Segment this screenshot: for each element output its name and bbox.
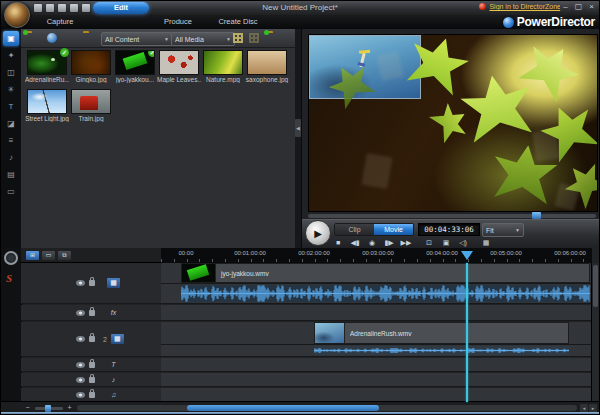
timeline-ruler[interactable]: 00:00 00:01:00:00 00:02:00:00 00:03:00:0… <box>161 248 592 264</box>
track-visibility-icon[interactable] <box>76 362 85 368</box>
media-item[interactable]: Train.jpg <box>69 88 113 126</box>
play-button[interactable]: ▶ <box>305 220 331 246</box>
audio-waveform[interactable] <box>314 346 569 355</box>
title-room-icon[interactable]: T <box>3 99 19 114</box>
track-manager-button[interactable]: ⊞ <box>26 251 39 260</box>
tab-produce[interactable]: Produce <box>153 16 203 28</box>
pip-objects-room-icon[interactable]: ◫ <box>3 65 19 80</box>
stop-button[interactable]: ■ <box>332 237 344 248</box>
media-item[interactable]: ✓ jyo-jyakkou... <box>113 49 157 87</box>
snapshot-button[interactable]: ◉ <box>366 237 378 248</box>
horizontal-scroll-thumb[interactable] <box>187 405 379 411</box>
track-visibility-icon[interactable] <box>76 336 85 342</box>
track-lock-icon[interactable] <box>89 362 95 368</box>
media-thumbnail[interactable]: ✓ <box>115 50 155 75</box>
volume-button[interactable]: ◁) <box>457 237 469 248</box>
voiceover-room-icon[interactable]: ♪ <box>3 150 19 165</box>
detail-view-icon[interactable] <box>249 33 259 43</box>
track-lock-icon[interactable] <box>89 336 95 342</box>
media-item[interactable]: Maple Leaves... <box>157 49 201 87</box>
track-visibility-icon[interactable] <box>76 310 85 316</box>
audio-waveform[interactable] <box>181 285 590 302</box>
media-item[interactable]: Gingko.jpg <box>69 49 113 87</box>
track-visibility-icon[interactable] <box>76 377 85 383</box>
track-lock-icon[interactable] <box>89 377 95 383</box>
media-room-icon[interactable]: ▣ <box>3 31 19 46</box>
scroll-left-icon[interactable]: ◂ <box>580 404 588 412</box>
preview-quality-button[interactable]: ⊡ <box>423 237 435 248</box>
ruler-label: 00:01:00:00 <box>222 250 278 256</box>
media-item[interactable]: Street Light.jpg <box>25 88 69 126</box>
zoom-slider-thumb[interactable] <box>45 405 51 412</box>
playhead-marker[interactable] <box>461 251 473 260</box>
movie-mode-button[interactable]: Movie <box>374 224 413 235</box>
download-media-icon[interactable] <box>47 33 57 43</box>
particle-room-icon[interactable]: ✳ <box>3 82 19 97</box>
fast-forward-button[interactable]: ▶▶ <box>400 237 412 248</box>
magic-tools-icon[interactable]: S <box>6 272 12 284</box>
effect-room-icon[interactable]: ✦ <box>3 48 19 63</box>
audio-mixing-room-icon[interactable]: ≡ <box>3 133 19 148</box>
media-item[interactable]: saxophone.jpg <box>245 49 289 87</box>
seek-bar[interactable] <box>308 214 596 218</box>
zoom-fit-dropdown[interactable]: Fit ▼ <box>482 223 524 237</box>
scroll-right-icon[interactable]: ▸ <box>589 404 597 412</box>
timeline-view-button[interactable]: ▭ <box>42 251 55 260</box>
track-lock-icon[interactable] <box>89 310 95 316</box>
media-thumbnail[interactable] <box>159 50 199 75</box>
timeline-clip-pip[interactable]: AdrenalineRush.wmv <box>314 322 569 344</box>
track-lock-icon[interactable] <box>89 392 95 398</box>
media-thumbnail[interactable] <box>71 89 111 114</box>
full-screen-button[interactable]: ▣ <box>440 237 452 248</box>
timeline-corner-toolbar: ⊞ ▭ ⧉ <box>21 248 161 263</box>
chapter-room-icon[interactable]: ▤ <box>3 167 19 182</box>
close-button[interactable]: × <box>586 2 597 12</box>
media-thumbnail[interactable]: ✓ <box>27 50 67 75</box>
redo-icon[interactable] <box>70 4 78 12</box>
voice-track-lane[interactable] <box>161 373 592 387</box>
signin-directorzone-link[interactable]: Sign in to DirectorZone <box>479 3 561 10</box>
save-project-icon[interactable] <box>82 4 90 12</box>
previous-frame-button[interactable]: ◀▮ <box>349 237 361 248</box>
next-frame-button[interactable]: ▮▶ <box>383 237 395 248</box>
effect-track-lane[interactable] <box>161 305 592 321</box>
track-visibility-icon[interactable] <box>76 280 85 286</box>
grid-view-icon[interactable] <box>233 33 243 43</box>
seek-handle[interactable] <box>532 212 541 219</box>
movie-view-button[interactable]: ⧉ <box>58 251 71 260</box>
tab-edit[interactable]: Edit <box>93 2 149 14</box>
media-filter-dropdown[interactable]: All Media ▼ <box>171 32 235 46</box>
timeline-vertical-scrollbar[interactable] <box>591 263 599 402</box>
media-thumbnail[interactable] <box>71 50 111 75</box>
tab-create-disc[interactable]: Create Disc <box>207 16 269 28</box>
title-track-lane[interactable] <box>161 358 592 372</box>
media-thumbnail[interactable] <box>247 50 287 75</box>
media-item[interactable]: Nature.mpg <box>201 49 245 87</box>
clip-mode-button[interactable]: Clip <box>335 224 374 235</box>
tab-capture[interactable]: Capture <box>31 16 89 28</box>
timeline-horizontal-scrollbar[interactable] <box>77 405 577 411</box>
subtitle-room-icon[interactable]: ▭ <box>3 184 19 199</box>
zoom-out-button[interactable]: − <box>23 404 32 412</box>
track-manager-icon[interactable] <box>4 251 18 265</box>
transition-room-icon[interactable]: ◪ <box>3 116 19 131</box>
media-viewer-button[interactable]: ▦ <box>480 237 492 248</box>
track-lock-icon[interactable] <box>89 280 95 286</box>
track-visibility-icon[interactable] <box>76 392 85 398</box>
open-project-icon[interactable] <box>46 4 54 12</box>
content-filter-dropdown[interactable]: All Content ▼ <box>101 32 173 46</box>
title-track-icon: T <box>107 360 120 370</box>
undo-icon[interactable] <box>58 4 66 12</box>
chevron-down-icon: ▼ <box>164 36 169 42</box>
timeline-clip-video1[interactable]: jyo-jyakkou.wmv <box>181 263 590 283</box>
preview-screen[interactable] <box>308 34 598 212</box>
minimize-button[interactable]: – <box>560 2 571 12</box>
timeline-zoom-slider[interactable] <box>35 407 63 410</box>
media-thumbnail[interactable] <box>203 50 243 75</box>
media-thumbnail[interactable] <box>27 89 67 114</box>
maximize-button[interactable]: ▢ <box>573 2 584 12</box>
media-item[interactable]: ✓ AdrenalineRu... <box>25 49 69 87</box>
playhead-line[interactable] <box>466 263 468 402</box>
new-project-icon[interactable] <box>34 4 42 12</box>
zoom-in-button[interactable]: + <box>65 404 74 412</box>
